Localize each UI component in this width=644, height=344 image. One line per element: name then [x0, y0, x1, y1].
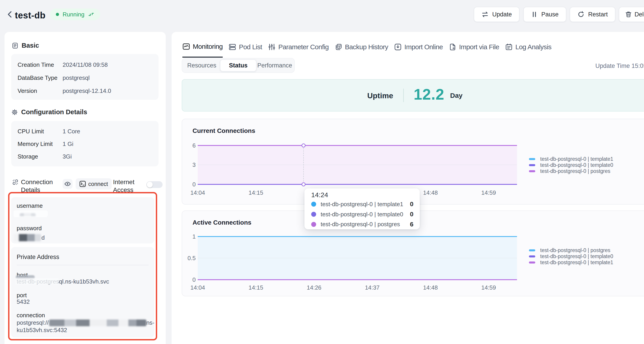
back-button[interactable]	[6, 10, 14, 19]
legend-label: test-db-postgresql-0 | template0	[540, 162, 613, 168]
gear-icon	[11, 109, 18, 116]
legend-item[interactable]: test-db-postgresql-0 | postgres	[529, 168, 613, 174]
update-button[interactable]: Update	[474, 7, 520, 22]
x-tick-4: 14:48	[423, 284, 438, 291]
tab-log-analysis[interactable]: Log Analysis	[505, 43, 552, 58]
config-info-box: CPU Limit 1 Core Memory Limit 1 Gi Stora…	[11, 121, 158, 166]
legend-swatch-postgres	[529, 249, 535, 251]
creation-time-label: Creation Time	[18, 61, 62, 68]
tab-bar: Monitoring Pod List Parameter Config Bac…	[182, 43, 552, 58]
uptime-label: Uptime	[367, 91, 393, 100]
tooltip-row: test-db-postgresql-0 | template0 0	[311, 209, 414, 219]
y-tick-1: 1	[184, 233, 196, 240]
y-tick-05: 0.5	[184, 255, 196, 262]
show-password-button[interactable]	[62, 179, 72, 189]
tab-pod-list[interactable]: Pod List	[228, 43, 262, 58]
uptime-banner: Uptime 12.2 Day	[182, 79, 644, 112]
legend-swatch-template0	[529, 164, 535, 166]
swap-arrows-icon	[482, 11, 489, 18]
config-section-header: Configuration Details	[11, 108, 87, 116]
connection-string-line1-tail: ns-	[146, 319, 154, 326]
postgres-active-line	[198, 236, 517, 237]
tab-monitoring[interactable]: Monitoring	[182, 43, 223, 58]
connection-string-prefix: postgresql://	[17, 319, 49, 326]
memory-limit-label: Memory Limit	[18, 141, 62, 148]
template-series-line	[198, 184, 517, 185]
tooltip-row: test-db-postgresql-0 | template1 0	[311, 199, 414, 209]
postgres-series-line	[198, 145, 517, 146]
update-time-text: Update Time 15:05	[595, 62, 644, 69]
creation-time-row: Creation Time 2024/11/08 09:58	[18, 61, 151, 68]
update-button-label: Update	[492, 11, 512, 18]
connection-string-label: connection	[17, 312, 45, 319]
connection-string-line2: ku1b53vh.svc:5432	[17, 327, 67, 334]
tab-import-online-label: Import Online	[404, 43, 443, 51]
connection-section-title: Connection Details	[21, 178, 59, 194]
tooltip-dot-template0	[311, 212, 316, 217]
pods-icon	[228, 43, 236, 51]
database-detail-page: test-db Running Update Pause Restart Del…	[0, 0, 644, 344]
uptime-unit: Day	[450, 92, 462, 99]
page-title: test-db	[15, 10, 46, 20]
database-type-row: DataBase Type postgresql	[18, 74, 151, 81]
subtab-status[interactable]: Status	[220, 59, 256, 71]
current-connections-area-fill	[198, 146, 517, 184]
legend-item[interactable]: test-db-postgresql-0 | template1	[529, 156, 613, 162]
x-tick-0: 14:04	[190, 284, 205, 291]
pause-button-label: Pause	[541, 11, 559, 18]
subtab-resources[interactable]: Resources	[184, 59, 220, 71]
memory-limit-value: 1 Gi	[62, 141, 74, 148]
restart-button-label: Restart	[588, 11, 608, 18]
legend-swatch-template1	[529, 158, 535, 160]
tab-import-via-file[interactable]: Import via File	[449, 43, 499, 58]
y-tick-0: 0	[184, 181, 196, 188]
status-dot-icon	[56, 13, 59, 16]
document-icon	[12, 42, 18, 49]
version-row: Version postgresql-12.14.0	[18, 87, 151, 94]
legend-item[interactable]: test-db-postgresql-0 | template1	[529, 259, 613, 266]
legend-swatch-template1	[529, 261, 535, 264]
trash-icon	[625, 11, 632, 18]
legend-item[interactable]: test-db-postgresql-0 | template0	[529, 162, 613, 168]
subtab-performance[interactable]: Performance	[256, 59, 293, 71]
delete-button[interactable]: Delete	[619, 7, 644, 22]
hover-crosshair-line	[303, 146, 304, 184]
tab-backup-history[interactable]: Backup History	[334, 43, 388, 58]
eye-icon	[64, 180, 71, 187]
private-address-divider	[17, 265, 148, 265]
active-connections-legend: test-db-postgresql-0 | postgres test-db-…	[529, 247, 613, 266]
x-tick-5: 14:59	[481, 284, 496, 291]
port-label: port	[17, 292, 27, 299]
legend-item[interactable]: test-db-postgresql-0 | postgres	[529, 247, 613, 253]
backup-icon	[334, 43, 342, 51]
basic-info-box: Creation Time 2024/11/08 09:58 DataBase …	[11, 54, 158, 100]
tab-log-analysis-label: Log Analysis	[516, 43, 552, 51]
pause-button[interactable]: Pause	[523, 7, 566, 22]
sliders-icon	[268, 43, 276, 51]
cpu-limit-label: CPU Limit	[18, 128, 62, 135]
creation-time-value: 2024/11/08 09:58	[62, 61, 108, 68]
chart-tooltip: 14:24 test-db-postgresql-0 | template1 0…	[304, 188, 420, 229]
connect-button[interactable]: connect	[76, 178, 112, 189]
file-import-icon	[449, 43, 456, 51]
tooltip-time: 14:24	[311, 191, 414, 199]
config-section-title: Configuration Details	[21, 108, 87, 116]
legend-label: test-db-postgresql-0 | template1	[540, 259, 613, 266]
storage-label: Storage	[18, 153, 62, 160]
y-tick-3: 3	[184, 162, 196, 169]
memory-limit-row: Memory Limit 1 Gi	[18, 141, 151, 148]
storage-row: Storage 3Gi	[18, 153, 151, 160]
internet-access-label: Internet Access	[113, 178, 144, 194]
tab-import-online[interactable]: Import Online	[394, 43, 443, 58]
internet-access-toggle[interactable]	[146, 181, 162, 188]
port-value: 5432	[17, 298, 30, 305]
host-redaction-smudge	[15, 278, 58, 285]
restart-button[interactable]: Restart	[570, 7, 616, 22]
password-visible-tail: d	[42, 234, 44, 241]
pause-icon	[531, 11, 538, 18]
legend-item[interactable]: test-db-postgresql-0 | template0	[529, 253, 613, 259]
tab-parameter-config[interactable]: Parameter Config	[268, 43, 329, 58]
pods-status-icon[interactable]	[88, 11, 94, 17]
x-tick-1: 14:15	[248, 284, 263, 291]
status-label: Running	[62, 11, 84, 18]
